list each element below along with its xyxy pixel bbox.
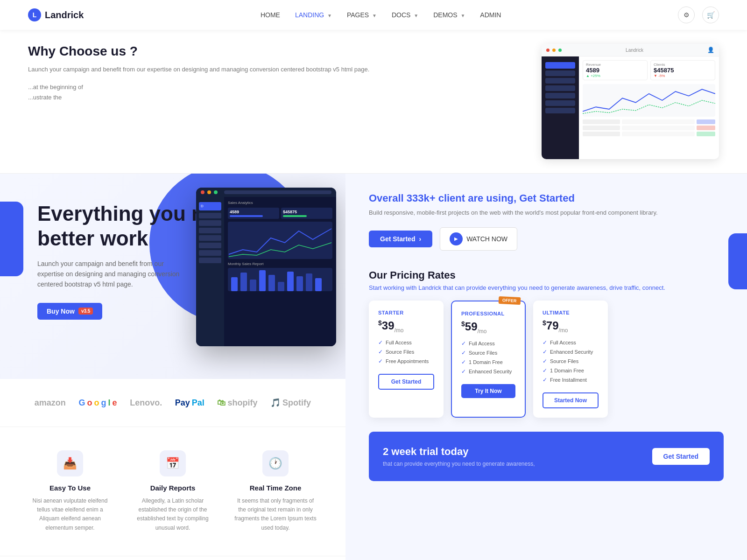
mockup-chart — [228, 222, 332, 259]
daily-reports-icon: 📅 — [160, 450, 186, 476]
ultimate-cta-button[interactable]: Started Now — [543, 392, 599, 408]
hero-section: D Sales Analytics 4589 — [0, 174, 345, 379]
stats-section: Overall 333k+ client are using, Get Star… — [369, 192, 724, 251]
hero-description: Launch your campaign and benefit from ou… — [37, 259, 187, 290]
cart-icon-btn[interactable]: 🛒 — [702, 7, 719, 23]
starter-feature-1: ✓ Full Access — [378, 339, 434, 346]
svg-rect-3 — [259, 270, 266, 291]
brand-logo[interactable]: L Landrick — [28, 8, 84, 21]
nav-item-home[interactable]: HOME — [261, 11, 280, 19]
pro-feature-1: ✓ Full Access — [461, 340, 515, 347]
features-section: 📥 Easy To Use Nisi aenean vulputate elei… — [0, 427, 345, 556]
starter-cta-button[interactable]: Get Started — [378, 374, 434, 390]
trial-section: 2 week trial today that can provide ever… — [369, 432, 724, 481]
nav-item-demos[interactable]: DEMOS ▼ — [433, 11, 465, 19]
why-choose-desc: Launch your campaign and benefit from ou… — [28, 64, 523, 75]
popular-badge: OFFER — [498, 296, 520, 305]
check-icon: ✓ — [378, 349, 383, 355]
ultimate-feature-4: ✓ 1 Domain Free — [543, 367, 599, 374]
ultimate-feature-5: ✓ Free Installment — [543, 377, 599, 383]
sidebar-item — [545, 93, 575, 98]
buy-now-button[interactable]: Buy Now v3.5 — [37, 303, 102, 320]
mockup-sidebar-item — [199, 243, 221, 248]
brand-google: Google — [78, 398, 117, 408]
top-section: Why Choose us ? Launch your campaign and… — [0, 30, 747, 174]
trial-text: 2 week trial today that can provide ever… — [383, 446, 535, 467]
nav-item-admin[interactable]: ADMIN — [480, 11, 501, 19]
starter-feature-2: ✓ Source Files — [378, 349, 434, 355]
get-started-label: Get Started — [380, 235, 415, 243]
preview-topbar: Landrick 👤 — [542, 44, 719, 56]
build-section: Landrick — [0, 556, 345, 560]
mockup-dot-red — [201, 190, 204, 194]
brand-name: Landrick — [45, 10, 84, 21]
feature-desc-3: It seems that only fragments of the orig… — [233, 497, 317, 532]
pro-cta-button[interactable]: Try It Now — [461, 384, 515, 398]
deco-right — [728, 233, 747, 289]
feature-title-2: Daily Reports — [131, 484, 215, 492]
nav-arrow: ▼ — [460, 13, 465, 18]
why-choose-title: Why Choose us ? — [28, 44, 523, 59]
nav-link-landing[interactable]: LANDING ▼ — [295, 11, 332, 19]
mockup-sidebar-item — [199, 228, 221, 233]
check-icon: ✓ — [378, 358, 383, 364]
stats-headline-prefix: Overall — [369, 192, 404, 204]
deco-left-top — [0, 202, 23, 276]
svg-rect-2 — [250, 280, 256, 291]
pricing-card-starter: STARTER $39/mo ✓ Full Access ✓ Source Fi… — [369, 301, 444, 418]
svg-rect-8 — [306, 273, 312, 291]
stats-clients-count: 333k+ — [407, 192, 436, 204]
plan-name-starter: STARTER — [378, 310, 434, 315]
feature-desc-2: Allegedly, a Latin scholar established t… — [131, 497, 215, 532]
pricing-title: Our Pricing Rates — [369, 269, 724, 281]
brands-section: amazon Google Lenovo. PayPal 🛍 shopify 🎵… — [0, 379, 345, 427]
brand-lenovo: Lenovo. — [130, 398, 162, 408]
nav-link-docs[interactable]: DOCS ▼ — [392, 11, 418, 19]
nav-link-home[interactable]: HOME — [261, 11, 280, 19]
pricing-brand: Landrick — [418, 284, 441, 291]
nav-links: HOME LANDING ▼ PAGES ▼ DOCS ▼ DEMOS ▼ AD… — [261, 11, 501, 19]
preview-sidebar — [542, 56, 579, 159]
nav-link-pages[interactable]: PAGES ▼ — [347, 11, 377, 19]
nav-item-landing[interactable]: LANDING ▼ — [295, 11, 332, 19]
sidebar-item — [545, 108, 575, 113]
sidebar-item — [545, 85, 575, 91]
preview-stat-1: Revenue 4589 ▲ +25% — [583, 60, 648, 80]
table-row — [583, 126, 715, 130]
check-icon: ✓ — [461, 368, 466, 375]
settings-icon-btn[interactable]: ⚙ — [678, 7, 695, 23]
stats-headline: Overall 333k+ client are using, Get Star… — [369, 192, 724, 204]
nav-arrow: ▼ — [372, 13, 377, 18]
sidebar-item-active — [545, 62, 575, 69]
nav-item-docs[interactable]: DOCS ▼ — [392, 11, 418, 19]
nav-link-demos[interactable]: DEMOS ▼ — [433, 11, 465, 19]
mockup-dot-yellow — [207, 190, 211, 194]
nav-item-pages[interactable]: PAGES ▼ — [347, 11, 377, 19]
pricing-description: Start working with Landrick that can pro… — [369, 284, 724, 291]
svg-rect-5 — [278, 282, 284, 291]
mockup-bar-chart — [228, 268, 332, 291]
window-dot-yellow — [552, 49, 556, 52]
feature-realtime: 🕐 Real Time Zone It seems that only frag… — [233, 450, 317, 532]
sidebar-item — [545, 70, 575, 76]
nav-arrow: ▼ — [327, 13, 332, 18]
play-icon: ▶ — [450, 232, 463, 245]
preview-body: Revenue 4589 ▲ +25% Clients $45875 ▼ -5% — [542, 56, 719, 159]
brand-amazon: amazon — [35, 398, 66, 408]
hero-dashboard-mockup: D Sales Analytics 4589 — [196, 188, 336, 346]
pro-feature-4: ✓ Enhanced Security — [461, 368, 515, 375]
trial-title: 2 week trial today — [383, 446, 535, 458]
table-row — [583, 119, 715, 124]
get-started-button[interactable]: Get Started › — [369, 231, 432, 247]
get-started-arrow: › — [419, 235, 421, 243]
nav-link-admin[interactable]: ADMIN — [480, 11, 501, 19]
pricing-card-ultimate: ULTIMATE $79/mo ✓ Full Access ✓ Enhanced… — [533, 301, 608, 418]
nav-arrow: ▼ — [414, 13, 418, 18]
watch-now-button[interactable]: ▶ WATCH NOW — [440, 227, 517, 251]
plan-name-ultimate: ULTIMATE — [543, 310, 599, 315]
feature-daily-reports: 📅 Daily Reports Allegedly, a Latin schol… — [131, 450, 215, 532]
check-icon: ✓ — [378, 339, 383, 346]
pro-feature-3: ✓ 1 Domain Free — [461, 359, 515, 365]
trial-cta-button[interactable]: Get Started — [652, 448, 710, 465]
brand-paypal: PayPal — [175, 398, 204, 408]
